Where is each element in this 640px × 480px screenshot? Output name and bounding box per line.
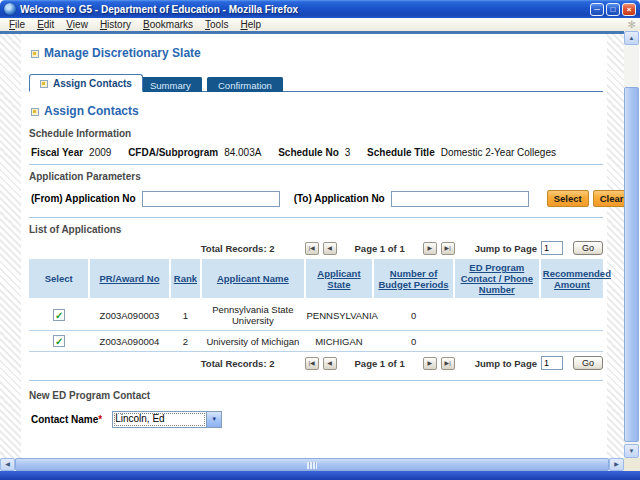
prev-page-button[interactable]: ◀	[323, 242, 337, 255]
firefox-window: Welcome to G5 - Department of Education …	[0, 0, 640, 480]
thumb-grip	[307, 462, 317, 469]
prev-page-button[interactable]: ◀	[323, 357, 337, 370]
fiscal-year-label: Fiscal Year	[31, 147, 83, 158]
section-title: Assign Contacts	[31, 104, 603, 118]
contact-name-selected-value: Lincoln, Ed	[113, 412, 206, 427]
page-title: Manage Discretionary Slate	[31, 46, 603, 60]
jump-to-page-input[interactable]	[541, 241, 563, 255]
menubar: File Edit View History Bookmarks Tools H…	[0, 18, 640, 31]
divider	[29, 380, 603, 381]
rank-cell: 2	[170, 331, 202, 352]
schedule-title-value: Domestic 2-Year Colleges	[441, 147, 556, 158]
close-button[interactable]: ×	[622, 3, 636, 16]
tab-bar: Assign Contacts Summary Confirmation	[29, 74, 603, 92]
application-parameters-row: (From) Application No (To) Application N…	[31, 190, 603, 207]
menu-bookmarks[interactable]: Bookmarks	[137, 19, 199, 30]
contact-name-label: Contact Name*	[31, 414, 102, 425]
scroll-left-icon[interactable]: ◀	[0, 458, 15, 471]
fiscal-year-value: 2009	[89, 147, 111, 158]
budget-periods-cell: 0	[373, 331, 453, 352]
column-pr-award-no[interactable]: PR/Award No	[89, 259, 169, 299]
right-margin-stripes	[607, 34, 624, 458]
menu-history[interactable]: History	[94, 19, 137, 30]
first-page-button[interactable]: |◀	[305, 357, 319, 370]
column-ed-program-contact[interactable]: ED Program Contact / Phone Number	[454, 259, 540, 299]
tab-bullet-icon	[40, 80, 48, 88]
required-asterisk: *	[98, 414, 102, 425]
maximize-button[interactable]: □	[606, 3, 620, 16]
column-applicant-state[interactable]: Applicant State	[305, 259, 374, 299]
clear-button[interactable]: Clear	[593, 190, 624, 207]
pr-award-no-cell: Z003A090004	[89, 331, 169, 352]
window-bottom-border	[0, 471, 640, 480]
applicant-name-cell: Pennsylvania State University	[201, 299, 304, 331]
select-button[interactable]: Select	[547, 190, 589, 207]
ed-contact-cell	[454, 331, 540, 352]
window-title: Welcome to G5 - Department of Education …	[20, 4, 590, 15]
menu-view[interactable]: View	[60, 19, 94, 30]
horizontal-scrollbar[interactable]: ◀ ▶	[0, 458, 624, 471]
minimize-button[interactable]: ─	[590, 3, 604, 16]
column-rank[interactable]: Rank	[170, 259, 202, 299]
column-applicant-name[interactable]: Applicant Name	[201, 259, 304, 299]
applicant-name-cell: University of Michigan	[201, 331, 304, 352]
next-page-button[interactable]: ▶	[423, 242, 437, 255]
menu-tools[interactable]: Tools	[199, 19, 234, 30]
scroll-up-icon[interactable]: ▲	[624, 31, 639, 45]
last-page-button[interactable]: ▶|	[441, 357, 455, 370]
pagination-top: Total Records: 2 |◀ ◀ Page 1 of 1 ▶ ▶| J…	[29, 241, 603, 255]
cfda-label: CFDA/Subprogram	[128, 147, 218, 158]
horizontal-scroll-thumb[interactable]	[15, 458, 609, 471]
ed-contact-cell	[454, 299, 540, 331]
scroll-right-icon[interactable]: ▶	[609, 458, 624, 471]
tab-assign-contacts[interactable]: Assign Contacts	[29, 74, 143, 92]
from-application-input[interactable]	[142, 191, 280, 207]
jump-to-page-label: Jump to Page	[475, 358, 537, 369]
contact-name-select[interactable]: Lincoln, Ed ▼	[112, 411, 222, 428]
scroll-down-icon[interactable]: ▼	[624, 444, 639, 458]
scrollbar-corner	[624, 458, 640, 471]
table-row: ✓ Z003A090003 1 Pennsylvania State Unive…	[29, 299, 603, 331]
table-header-row: Select PR/Award No Rank Applicant Name A…	[29, 259, 603, 299]
next-page-button[interactable]: ▶	[423, 357, 437, 370]
schedule-no-label: Schedule No	[278, 147, 339, 158]
vertical-scroll-thumb[interactable]	[624, 87, 639, 442]
row-select-checkbox[interactable]: ✓	[53, 335, 65, 347]
column-recommended-amount[interactable]: Recommended Amount	[540, 259, 603, 299]
dropdown-arrow-icon: ▼	[206, 412, 221, 427]
vertical-scrollbar[interactable]: ▲ ▼	[624, 31, 639, 458]
to-application-input[interactable]	[391, 191, 529, 207]
recommended-amount-cell	[540, 331, 603, 352]
bullet-square-icon	[31, 50, 39, 58]
applicant-state-cell: MICHIGAN	[305, 331, 374, 352]
go-button[interactable]: Go	[573, 356, 603, 370]
jump-to-page-label: Jump to Page	[475, 243, 537, 254]
column-budget-periods[interactable]: Number of Budget Periods	[373, 259, 453, 299]
go-button[interactable]: Go	[573, 241, 603, 255]
throbber-icon: ✻	[628, 18, 636, 31]
table-row: ✓ Z003A090004 2 University of Michigan M…	[29, 331, 603, 352]
menu-file[interactable]: File	[3, 19, 31, 30]
applications-table: Select PR/Award No Rank Applicant Name A…	[29, 259, 603, 352]
divider	[29, 164, 603, 165]
menu-help[interactable]: Help	[234, 19, 267, 30]
page-indicator: Page 1 of 1	[355, 358, 405, 369]
first-page-button[interactable]: |◀	[305, 242, 319, 255]
list-of-applications-heading: List of Applications	[29, 224, 603, 235]
titlebar: Welcome to G5 - Department of Education …	[0, 0, 640, 18]
jump-to-page-input[interactable]	[541, 356, 563, 370]
total-records: Total Records: 2	[201, 243, 275, 254]
to-application-label: (To) Application No	[294, 193, 385, 204]
contact-name-row: Contact Name* Lincoln, Ed ▼	[31, 411, 603, 428]
from-application-label: (From) Application No	[31, 193, 136, 204]
pr-award-no-cell: Z003A090003	[89, 299, 169, 331]
last-page-button[interactable]: ▶|	[441, 242, 455, 255]
menu-edit[interactable]: Edit	[31, 19, 60, 30]
tab-confirmation[interactable]: Confirmation	[207, 77, 283, 92]
applicant-state-cell: PENNSYLVANIA	[305, 299, 374, 331]
schedule-no-value: 3	[345, 147, 351, 158]
tab-summary[interactable]: Summary	[139, 77, 202, 92]
page-indicator: Page 1 of 1	[355, 243, 405, 254]
row-select-checkbox[interactable]: ✓	[53, 309, 65, 321]
page-viewport: Manage Discretionary Slate Assign Contac…	[0, 34, 624, 458]
